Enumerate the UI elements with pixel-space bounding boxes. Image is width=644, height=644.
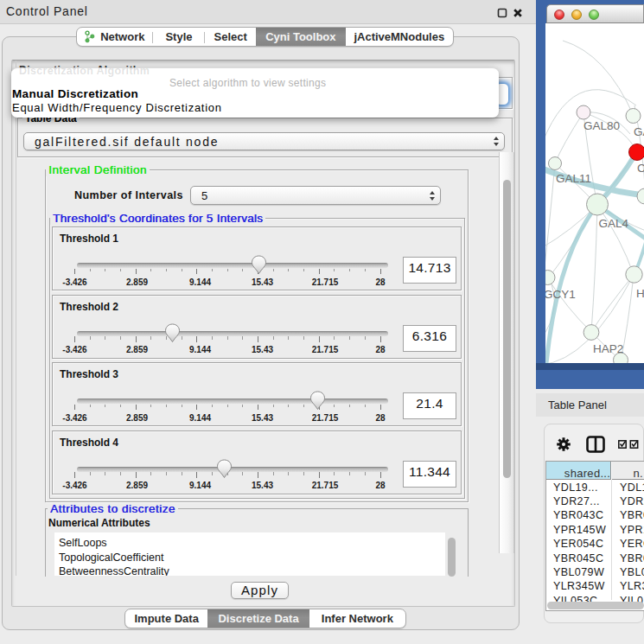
svg-text:GAL4: GAL4 bbox=[599, 217, 629, 230]
svg-text:GAL11: GAL11 bbox=[556, 172, 591, 185]
svg-text:H: H bbox=[636, 287, 644, 300]
svg-text:GA: GA bbox=[634, 125, 644, 138]
svg-text:C: C bbox=[637, 162, 644, 175]
svg-text:GCY1: GCY1 bbox=[545, 288, 576, 301]
svg-text:GAL80: GAL80 bbox=[583, 119, 620, 132]
svg-text:HAP2: HAP2 bbox=[593, 342, 623, 355]
